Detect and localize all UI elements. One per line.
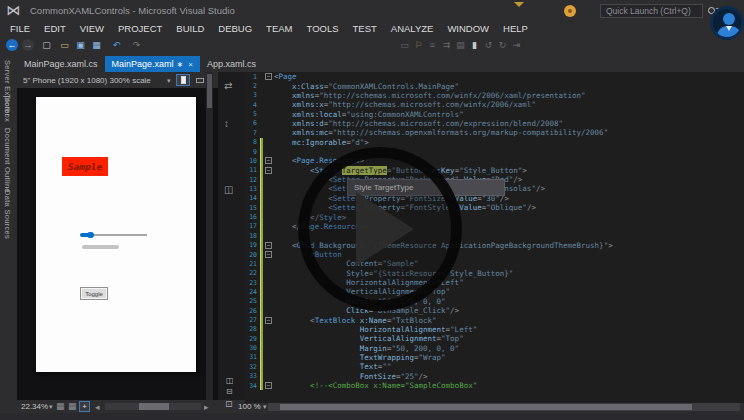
- tab-mainpage-xaml[interactable]: MainPage.xaml∗×: [105, 56, 200, 72]
- fold-collapse-icon[interactable]: −: [265, 157, 272, 164]
- fold-collapse-icon[interactable]: −: [265, 73, 272, 80]
- fold-collapse-icon[interactable]: −: [265, 317, 272, 324]
- scrollbar-thumb[interactable]: [207, 74, 212, 108]
- undo-icon[interactable]: ↶: [110, 38, 123, 52]
- split-orientation-icon[interactable]: ↕: [224, 118, 229, 129]
- save-all-icon[interactable]: ▦: [90, 38, 103, 52]
- code-line[interactable]: 33 FontSize="25"/>: [245, 372, 744, 381]
- save-icon[interactable]: ▣: [74, 38, 87, 52]
- quick-launch-input[interactable]: Quick Launch (Ctrl+Q): [600, 4, 703, 18]
- sidebar-item-document-outline[interactable]: Document Outline: [3, 128, 12, 193]
- menu-item-project[interactable]: PROJECT: [111, 23, 169, 34]
- collapse-pane-icon[interactable]: ◫: [224, 184, 233, 195]
- change-tracking-bar: [260, 334, 263, 343]
- scroll-left-icon[interactable]: ◂: [95, 402, 100, 412]
- menu-item-test[interactable]: TEST: [346, 23, 384, 34]
- code-line[interactable]: 8 mc:Ignorable="d">: [245, 138, 744, 147]
- fold-collapse-icon[interactable]: −: [265, 242, 272, 249]
- video-play-overlay[interactable]: [298, 147, 462, 311]
- menu-item-file[interactable]: FILE: [3, 23, 37, 34]
- line-number: 30: [245, 344, 257, 352]
- fold-collapse-icon[interactable]: −: [265, 251, 272, 258]
- device-selector-dropdown[interactable]: 5" Phone (1920 x 1080) 300% scale: [23, 76, 151, 85]
- rotate-right-icon[interactable]: ↻: [496, 38, 509, 52]
- code-line[interactable]: 3 xmlns="http://schemas.microsoft.com/wi…: [245, 91, 744, 100]
- editor-zoom-level[interactable]: 100 %: [238, 402, 261, 411]
- code-line[interactable]: 34− <!--<ComboBox x:Name="SampleComboBox…: [245, 381, 744, 390]
- tab-jump-icon[interactable]: ⇥: [510, 38, 523, 52]
- snap-grid-icon[interactable]: ▦: [68, 401, 77, 411]
- split-window-vertical-icon[interactable]: ⊟: [226, 387, 233, 396]
- step-icon[interactable]: ⇉: [440, 38, 453, 52]
- designer-code-splitter[interactable]: ⇄ ↕ ◫: [218, 72, 245, 400]
- menu-item-view[interactable]: VIEW: [73, 23, 111, 34]
- phone-preview-canvas[interactable]: Sample Toggle: [36, 97, 196, 372]
- line-number: 1: [245, 73, 257, 81]
- breakpoint-window-icon[interactable]: ▭: [398, 38, 411, 52]
- preview-slider[interactable]: [80, 232, 147, 238]
- menu-item-edit[interactable]: EDIT: [37, 23, 73, 34]
- show-grid-icon[interactable]: ▦: [56, 401, 65, 411]
- code-line[interactable]: 6 xmlns:d="http://schemas.microsoft.com/…: [245, 119, 744, 128]
- change-tracking-bar: [260, 297, 263, 306]
- sidebar-item-data-sources[interactable]: Data Sources: [3, 190, 12, 239]
- line-icon[interactable]: ≡: [426, 38, 439, 52]
- code-line[interactable]: 30 Margin="50, 200, 0, 0": [245, 343, 744, 352]
- code-line[interactable]: 27− <TextBlock x:Name="TxtBlock": [245, 315, 744, 324]
- navigate-forward-icon[interactable]: →: [22, 39, 34, 51]
- code-line[interactable]: 1−<Page: [245, 72, 744, 81]
- slider-thumb[interactable]: [87, 232, 94, 238]
- tab-mainpage-xaml-cs[interactable]: MainPage.xaml.cs: [17, 56, 105, 72]
- line-number: 10: [245, 157, 257, 165]
- portrait-orientation-button[interactable]: [176, 74, 190, 86]
- menu-item-build[interactable]: BUILD: [169, 23, 211, 34]
- code-line[interactable]: 2 x:Class="CommonXAMLControls.MainPage": [245, 81, 744, 90]
- filter-funnel-icon[interactable]: [514, 7, 524, 16]
- menu-item-team[interactable]: TEAM: [259, 23, 299, 34]
- fold-collapse-icon[interactable]: −: [265, 382, 272, 389]
- preview-toggle-button[interactable]: Toggle: [80, 287, 108, 300]
- scrollbar-thumb[interactable]: [139, 403, 169, 410]
- code-line[interactable]: 28 HorizontalAlignment="Left": [245, 325, 744, 334]
- code-line[interactable]: 32 Text="": [245, 362, 744, 371]
- stack-icon[interactable]: ▤: [454, 38, 467, 52]
- designer-zoom-level[interactable]: 22.34%: [21, 402, 48, 411]
- designer-horizontal-scrollbar[interactable]: [105, 403, 201, 410]
- tab-app-xaml-cs[interactable]: App.xaml.cs: [200, 56, 263, 72]
- landscape-orientation-button[interactable]: [193, 74, 207, 86]
- user-avatar[interactable]: [710, 6, 744, 40]
- sidebar-item-toolbox[interactable]: Toolbox: [3, 94, 12, 122]
- redo-icon[interactable]: ↷: [130, 38, 143, 52]
- code-line[interactable]: 31 TextWrapping="Wrap": [245, 353, 744, 362]
- snapping-toggle-button[interactable]: +: [79, 401, 90, 412]
- new-window-icon[interactable]: ▢: [40, 38, 53, 52]
- preview-sample-button[interactable]: Sample: [62, 157, 108, 176]
- designer-vertical-scrollbar[interactable]: [206, 72, 213, 400]
- line-number: 2: [245, 82, 257, 90]
- swap-panes-icon[interactable]: ⇄: [224, 80, 232, 91]
- rotate-left-icon[interactable]: ↺: [482, 38, 495, 52]
- code-line[interactable]: 4 xmlns:x="http://schemas.microsoft.com/…: [245, 100, 744, 109]
- menu-item-analyze[interactable]: ANALYZE: [384, 23, 441, 34]
- menu-item-tools[interactable]: TOOLS: [300, 23, 346, 34]
- menu-item-help[interactable]: HELP: [496, 23, 535, 34]
- scroll-right-icon[interactable]: ▸: [204, 402, 209, 412]
- flag-icon[interactable]: ⚐: [412, 38, 425, 52]
- notification-dot-icon[interactable]: [564, 5, 576, 17]
- menu-item-debug[interactable]: DEBUG: [211, 23, 259, 34]
- code-line[interactable]: 5 xmlns:local="using:CommonXAMLControls": [245, 109, 744, 118]
- bookmark-icon[interactable]: ▮: [468, 38, 481, 52]
- fold-collapse-icon[interactable]: −: [265, 167, 272, 174]
- zoom-fit-icon[interactable]: ⊡: [225, 399, 233, 409]
- open-file-icon[interactable]: ▭: [58, 38, 71, 52]
- editor-horizontal-scrollbar[interactable]: [268, 403, 740, 411]
- fold-margin: −: [263, 157, 274, 164]
- code-text: HorizontalAlignment="Left": [274, 325, 477, 334]
- scrollbar-thumb[interactable]: [280, 404, 692, 410]
- split-window-horizontal-icon[interactable]: ◫: [226, 376, 234, 385]
- navigate-back-icon[interactable]: ←: [6, 39, 18, 51]
- code-line[interactable]: 7 xmlns:mc="http://schemas.openxmlformat…: [245, 128, 744, 137]
- menu-item-window[interactable]: WINDOW: [440, 23, 496, 34]
- close-tab-icon[interactable]: ×: [188, 60, 193, 69]
- code-line[interactable]: 29 VerticalAlignment="Top": [245, 334, 744, 343]
